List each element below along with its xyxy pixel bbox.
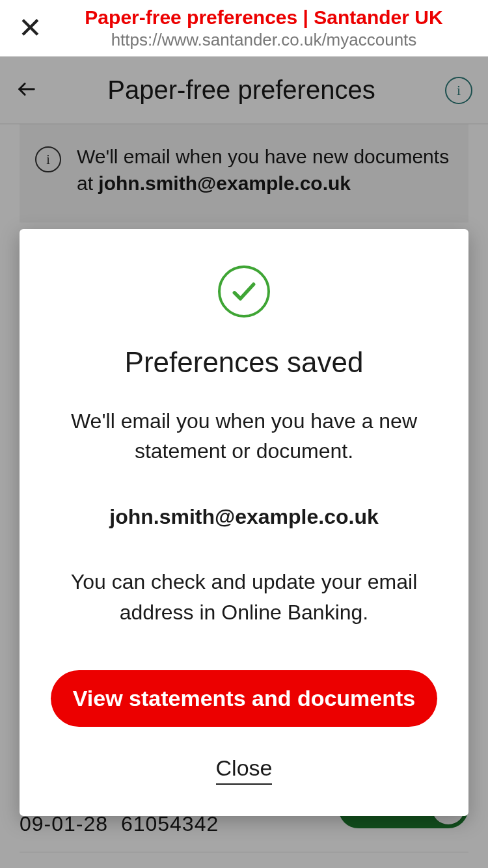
browser-url-bar: ✕ Paper-free preferences | Santander UK … — [0, 0, 488, 57]
url-bar-titles: Paper-free preferences | Santander UK ht… — [50, 7, 478, 50]
modal-email: john.smith@example.co.uk — [51, 502, 437, 532]
modal-title: Preferences saved — [51, 346, 437, 379]
modal-body-2: You can check and update your email addr… — [51, 567, 437, 627]
preferences-saved-modal: Preferences saved We'll email you when y… — [20, 229, 468, 816]
page-url: https://www.santander.co.uk/myaccounts — [50, 30, 478, 50]
close-button[interactable]: Close — [216, 755, 273, 785]
close-icon[interactable]: ✕ — [10, 11, 50, 45]
modal-body-1: We'll email you when you have a new stat… — [51, 406, 437, 467]
view-statements-button[interactable]: View statements and documents — [51, 670, 437, 727]
success-check-icon — [218, 265, 270, 318]
page-tab-title: Paper-free preferences | Santander UK — [50, 7, 478, 29]
